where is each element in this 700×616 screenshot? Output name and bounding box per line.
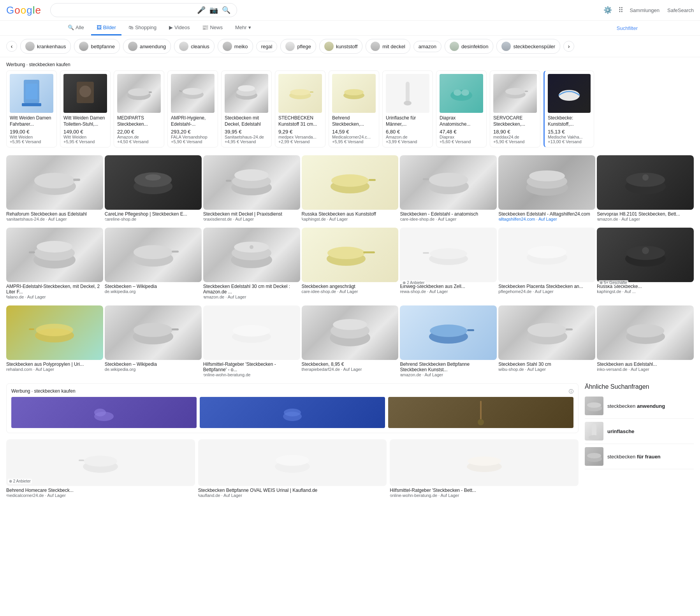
image-item[interactable]: ⊕ 5+ Geschäfte Russka Steckbecke... kaph…: [597, 228, 694, 299]
logo-l: l: [33, 4, 35, 16]
image-item[interactable]: ⊕ 2 Anbieter Einweg-Steckbecken aus Zell…: [400, 228, 497, 299]
tab-alle[interactable]: 🔍 Alle: [62, 21, 90, 35]
chip-img: [128, 42, 137, 51]
tab-news[interactable]: 📰 News: [197, 21, 228, 35]
related-item[interactable]: urinflasche: [585, 419, 694, 444]
image-item[interactable]: Steckbecken mit Deckel | Praxisdienst pr…: [203, 155, 300, 221]
werbung-text: Werbung ·: [11, 388, 34, 394]
related-item[interactable]: steckbecken für frauen: [585, 444, 694, 469]
product-card[interactable]: STECHBECKEN Kunststoff 31 cm... 9,29 € m…: [275, 70, 325, 147]
chip-regal[interactable]: regal: [256, 41, 278, 52]
image-item[interactable]: Russka Steckbecken aus Kunststoff kaphin…: [302, 155, 399, 221]
header: Google steckbecken 🎤 📷 🔍 ⚙️ ⠿ Sammlungen…: [0, 0, 700, 21]
chip-kunststoff[interactable]: kunststoff: [319, 39, 362, 54]
tab-mehr[interactable]: Mehr ▾: [230, 21, 257, 35]
chevron-down-icon: ▾: [248, 25, 251, 30]
image-grid-2: AMPRI-Edelstahl-Steckbecken, mit Deckel,…: [6, 228, 694, 299]
image-item[interactable]: Steckbecken - Edelstahl - anatomisch car…: [400, 155, 497, 221]
chip-pflege[interactable]: pflege: [280, 39, 316, 54]
image-item[interactable]: Steckbecken, 8,95 € therapiebedarf24.de …: [302, 305, 399, 377]
image-source: falano.de · Auf Lager: [6, 295, 103, 299]
chips-next-arrow[interactable]: ›: [563, 41, 574, 52]
apps-icon[interactable]: ⠿: [618, 6, 623, 14]
image-thumbnail: [498, 305, 595, 360]
settings-icon[interactable]: ⚙️: [603, 6, 612, 14]
image-label: Steckbecken angeschrägt: [302, 284, 399, 289]
chip-bettpfanne[interactable]: bettpfanne: [74, 39, 120, 54]
chip-mitdeckel[interactable]: mit deckel: [366, 39, 410, 54]
product-card[interactable]: Witt Weiden Damen Fahrbarer... 199,00 € …: [6, 70, 57, 147]
tab-videos[interactable]: ▶ Videos: [164, 21, 195, 35]
image-item[interactable]: Steckbecken – Wikipedia de.wikipedia.org: [105, 305, 202, 377]
product-image: [117, 74, 161, 113]
chip-anwendung[interactable]: anwendung: [123, 39, 171, 54]
search-button[interactable]: 🔍: [222, 6, 230, 14]
image-label: Steckbecken Bettpfanne OVAL WEIS Urinal …: [198, 488, 387, 493]
image-item[interactable]: Steckbecken Edelstahl - Alltagshilfen24.…: [498, 155, 595, 221]
image-item[interactable]: CareLine Pflegeshop | Steckbecken E... c…: [105, 155, 202, 221]
google-logo[interactable]: Google: [6, 4, 41, 16]
microphone-icon[interactable]: 🎤: [197, 6, 206, 14]
product-card[interactable]: Steckbecke: Kunststoff,... 15,13 € Medis…: [543, 70, 594, 147]
tab-shopping[interactable]: 🛍 Shopping: [123, 21, 162, 35]
product-price: 14,59 €: [332, 129, 376, 135]
product-card[interactable]: Witt Weiden Damen Toiletten-Stuhl,... 14…: [60, 70, 111, 147]
image-item[interactable]: AMPRI-Edelstahl-Steckbecken, mit Deckel,…: [6, 228, 103, 299]
tab-bilder[interactable]: 🖼 Bilder: [91, 21, 121, 35]
mini-product-card[interactable]: [11, 397, 197, 428]
product-price: 6,80 €: [386, 129, 429, 135]
safesearch-link[interactable]: SafeSearch: [667, 7, 694, 13]
image-item[interactable]: Hilfsmittel-Ratgeber 'Steckbecken - Bett…: [390, 439, 579, 498]
chip-amazon[interactable]: amazon: [413, 41, 441, 52]
chip-steckbeckenspueler[interactable]: steckbeckenspüler: [496, 39, 560, 54]
image-item[interactable]: Steckbecken angeschrägt care-idee-shop.d…: [302, 228, 399, 299]
image-item[interactable]: Behrend Steckbecken Bettpfanne Steckbeck…: [400, 305, 497, 377]
chip-krankenhaus[interactable]: krankenhaus: [20, 39, 71, 54]
product-card[interactable]: Steckbecken mit Deckel, Edelstahl 39,95 …: [221, 70, 272, 147]
image-item[interactable]: Steckbecken aus Edelstahl... inko-versan…: [597, 305, 694, 377]
image-item[interactable]: Steckbecken Stahl 30 cm wibu-shop.de · A…: [498, 305, 595, 377]
werbung-info-icon[interactable]: ⓘ: [569, 388, 573, 395]
svg-point-13: [238, 85, 255, 91]
suchfilter-button[interactable]: Suchfilter: [617, 25, 638, 31]
mini-product-card[interactable]: [200, 397, 385, 428]
camera-icon[interactable]: 📷: [209, 6, 218, 14]
image-item[interactable]: Rehaforum Steckbecken aus Edelstahl sani…: [6, 155, 103, 221]
chip-desinfektion[interactable]: desinfektion: [445, 39, 493, 54]
product-card[interactable]: MEDIPARTS Steckbecken... 22,00 € Amazon.…: [114, 70, 164, 147]
product-card[interactable]: Urinflasche für Männer,... 6,80 € Amazon…: [382, 70, 433, 147]
product-shipping: +13,00 € Versand: [548, 139, 591, 144]
product-shop: Witt Weiden: [63, 135, 107, 139]
sammlung-link[interactable]: Sammlungen: [630, 7, 660, 13]
image-item[interactable]: Servoprax H8.2101 Steckbecken, Bett... a…: [597, 155, 694, 221]
product-card[interactable]: SERVOCARE Steckbecken,... 18,90 € meddax…: [490, 70, 540, 147]
image-grid-1: Rehaforum Steckbecken aus Edelstahl sani…: [6, 155, 694, 221]
image-source: kaufland.de · Auf Lager: [198, 493, 387, 498]
image-item[interactable]: Hilfsmittel-Ratgeber 'Steckbecken - Bett…: [203, 305, 300, 377]
bottom-area: Werbung · steckbecken kaufen ⓘ: [6, 383, 694, 498]
svg-point-22: [454, 90, 461, 96]
product-card[interactable]: AMPRI-Hygiene, Edelstahl-... 293,20 € FA…: [167, 70, 218, 147]
related-item[interactable]: steckbecken anwendung: [585, 393, 694, 419]
related-text: urinflasche: [607, 428, 634, 434]
chips-prev-arrow[interactable]: ‹: [6, 41, 17, 52]
image-item[interactable]: Steckbecken – Wikipedia de.wikipedia.org: [105, 228, 202, 299]
svg-point-79: [233, 325, 270, 337]
image-item[interactable]: Steckbecken aus Polypropylen | Uri... re…: [6, 305, 103, 377]
image-item[interactable]: Steckbecken Edelstahl 30 cm mit Deckel :…: [203, 228, 300, 299]
search-input[interactable]: steckbecken: [57, 7, 194, 14]
svg-point-6: [128, 88, 150, 96]
svg-point-55: [134, 245, 172, 259]
image-source: kaphingst.de · Auf Lager: [302, 217, 399, 221]
product-card[interactable]: Diaprax Anatomische... 47,48 € Diaprax +…: [436, 70, 487, 147]
chip-cleanius[interactable]: cleanius: [174, 39, 215, 54]
mini-product-grid: [11, 397, 573, 428]
image-item[interactable]: ⊕ 2 Anbieter Behrend Homecare Steckbeck.…: [6, 439, 195, 498]
product-card[interactable]: Behrend Steckbecken,... 14,59 € Medicalc…: [329, 70, 379, 147]
mini-product-card[interactable]: [388, 397, 573, 428]
chip-label: pflege: [297, 44, 311, 49]
image-item[interactable]: Steckbecken Bettpfanne OVAL WEIS Urinal …: [198, 439, 387, 498]
chip-meiko[interactable]: meiko: [218, 39, 253, 54]
product-shipping: +5,95 € Versand: [10, 139, 53, 144]
image-item[interactable]: Steckbecken Placenta Steckbecken an... p…: [498, 228, 595, 299]
